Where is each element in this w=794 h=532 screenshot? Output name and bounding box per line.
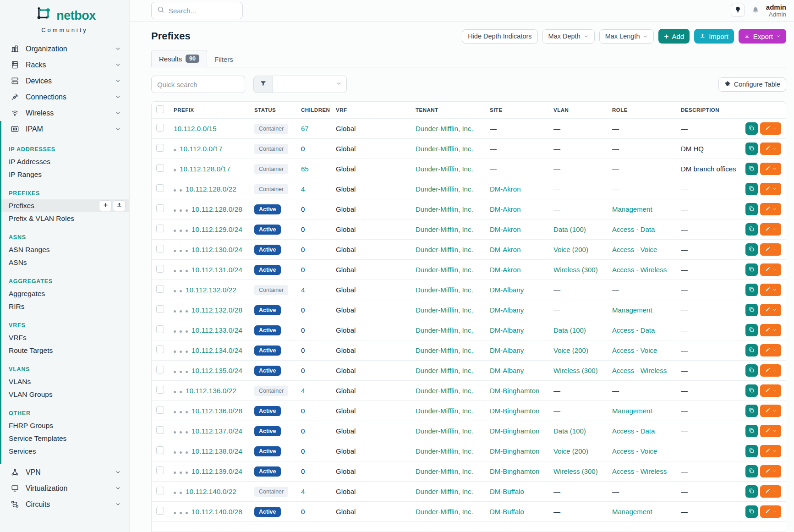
sidebar-item-service-templates[interactable]: Service Templates — [1, 432, 129, 445]
sidebar-item-aggregates[interactable]: Aggregates — [1, 287, 129, 300]
prefix-link[interactable]: 10.112.134.0/24 — [192, 346, 242, 354]
clone-button[interactable] — [745, 324, 758, 336]
clone-button[interactable] — [745, 284, 758, 296]
clone-button[interactable] — [745, 304, 758, 316]
clone-button[interactable] — [745, 223, 758, 236]
site-link[interactable]: DM-Albany — [490, 286, 524, 294]
tenant-link[interactable]: Dunder-Mifflin, Inc. — [416, 225, 473, 233]
prefix-link[interactable]: 10.112.140.0/22 — [186, 488, 236, 495]
site-link[interactable]: DM-Buffalo — [490, 488, 524, 495]
vlan-link[interactable]: Voice (200) — [553, 346, 588, 354]
notifications-bell-icon[interactable] — [751, 6, 760, 15]
prefix-link[interactable]: 10.112.130.0/24 — [192, 246, 242, 253]
sidebar-item-asns[interactable]: ASNs — [1, 256, 129, 269]
clone-button[interactable] — [745, 465, 758, 477]
sidebar-item-prefix-vlan-roles[interactable]: Prefix & VLAN Roles — [1, 212, 129, 225]
user-menu[interactable]: admin Admin — [766, 3, 786, 18]
column-header-prefix[interactable]: PREFIX — [174, 107, 254, 113]
role-link[interactable]: Access - Voice — [612, 246, 657, 253]
edit-dropdown-button[interactable] — [760, 465, 781, 477]
brand[interactable]: netbox Community — [0, 0, 129, 33]
sidebar-item-fhrp-groups[interactable]: FHRP Groups — [1, 419, 129, 432]
filter-funnel-button[interactable] — [254, 76, 273, 93]
export-dropdown-button[interactable]: Export — [739, 29, 786, 44]
sidebar-item-rirs[interactable]: RIRs — [1, 300, 129, 313]
clone-button[interactable] — [745, 163, 758, 175]
clone-button[interactable] — [745, 425, 758, 437]
role-link[interactable]: Access - Wireless — [612, 266, 667, 274]
site-link[interactable]: DM-Albany — [490, 346, 524, 354]
site-link[interactable]: DM-Albany — [490, 326, 524, 334]
tenant-link[interactable]: Dunder-Mifflin, Inc. — [416, 286, 473, 294]
site-link[interactable]: DM-Binghamton — [490, 467, 539, 475]
sidebar-item-organization[interactable]: Organization — [0, 41, 129, 57]
edit-dropdown-button[interactable] — [760, 485, 781, 498]
row-checkbox[interactable] — [156, 466, 164, 474]
row-checkbox[interactable] — [156, 204, 164, 212]
row-checkbox[interactable] — [156, 124, 164, 132]
role-link[interactable]: Management — [612, 508, 652, 516]
sidebar-item-vlan-groups[interactable]: VLAN Groups — [1, 388, 129, 401]
tenant-link[interactable]: Dunder-Mifflin, Inc. — [416, 185, 473, 193]
sidebar-item-devices[interactable]: Devices — [0, 73, 129, 89]
children-link[interactable]: 4 — [301, 286, 305, 294]
row-checkbox[interactable] — [156, 164, 164, 172]
sidebar-item-virtualization[interactable]: Virtualization — [0, 480, 129, 496]
children-link[interactable]: 65 — [301, 165, 309, 173]
column-header-vlan[interactable]: VLAN — [553, 107, 612, 113]
row-checkbox[interactable] — [156, 144, 164, 152]
edit-dropdown-button[interactable] — [760, 344, 781, 356]
import-button[interactable]: Import — [694, 29, 734, 44]
prefix-link[interactable]: 10.112.136.0/28 — [192, 407, 242, 415]
prefix-link[interactable]: 10.112.138.0/24 — [192, 447, 242, 455]
role-link[interactable]: Access - Data — [612, 427, 655, 435]
row-checkbox[interactable] — [156, 487, 164, 494]
children-link[interactable]: 4 — [301, 488, 305, 495]
clone-button[interactable] — [745, 445, 758, 457]
site-link[interactable]: DM-Akron — [490, 225, 521, 233]
row-checkbox[interactable] — [156, 245, 164, 252]
prefix-link[interactable]: 10.112.132.0/22 — [186, 286, 236, 294]
sidebar-item-asn-ranges[interactable]: ASN Ranges — [1, 243, 129, 256]
global-search[interactable] — [151, 2, 243, 19]
site-link[interactable]: DM-Binghamton — [490, 447, 539, 455]
sidebar-item-ip-addresses[interactable]: IP Addresses — [1, 155, 129, 168]
edit-dropdown-button[interactable] — [760, 384, 781, 397]
site-link[interactable]: DM-Albany — [490, 367, 524, 374]
role-link[interactable]: Access - Voice — [612, 346, 657, 354]
role-link[interactable]: Access - Wireless — [612, 367, 667, 374]
clone-button[interactable] — [745, 183, 758, 195]
prefix-link[interactable]: 10.112.131.0/24 — [192, 266, 242, 274]
clone-button[interactable] — [745, 344, 758, 356]
prefix-link[interactable]: 10.112.129.0/24 — [192, 225, 242, 233]
role-link[interactable]: Access - Data — [612, 326, 655, 334]
edit-dropdown-button[interactable] — [760, 203, 781, 215]
vlan-link[interactable]: Wireless (300) — [553, 266, 598, 274]
site-link[interactable]: DM-Akron — [490, 246, 521, 253]
tenant-link[interactable]: Dunder-Mifflin, Inc. — [416, 205, 473, 213]
prefix-link[interactable]: 10.112.128.0/17 — [180, 165, 230, 173]
tenant-link[interactable]: Dunder-Mifflin, Inc. — [416, 467, 473, 475]
tenant-link[interactable]: Dunder-Mifflin, Inc. — [416, 306, 473, 314]
sidebar-item-wireless[interactable]: Wireless — [0, 105, 129, 121]
sidebar-item-connections[interactable]: Connections — [0, 89, 129, 105]
prefix-link[interactable]: 10.112.132.0/28 — [192, 306, 242, 314]
edit-dropdown-button[interactable] — [760, 324, 781, 336]
vlan-link[interactable]: Voice (200) — [553, 447, 588, 455]
quick-search-input[interactable] — [151, 76, 245, 93]
edit-dropdown-button[interactable] — [760, 364, 781, 377]
vlan-link[interactable]: Voice (200) — [553, 246, 588, 253]
sidebar-item-vpn[interactable]: VPN — [0, 464, 129, 480]
tenant-link[interactable]: Dunder-Mifflin, Inc. — [416, 145, 473, 153]
edit-dropdown-button[interactable] — [760, 405, 781, 417]
prefix-link[interactable]: 10.112.0.0/17 — [180, 145, 223, 153]
role-link[interactable]: Management — [612, 407, 652, 415]
edit-dropdown-button[interactable] — [760, 284, 781, 296]
clone-button[interactable] — [745, 203, 758, 215]
hide-depth-indicators-button[interactable]: Hide Depth Indicators — [462, 29, 537, 44]
theme-toggle-button[interactable] — [731, 4, 745, 17]
clone-button[interactable] — [745, 384, 758, 397]
edit-dropdown-button[interactable] — [760, 505, 781, 518]
tenant-link[interactable]: Dunder-Mifflin, Inc. — [416, 427, 473, 435]
prefix-link[interactable]: 10.112.135.0/24 — [192, 367, 242, 374]
